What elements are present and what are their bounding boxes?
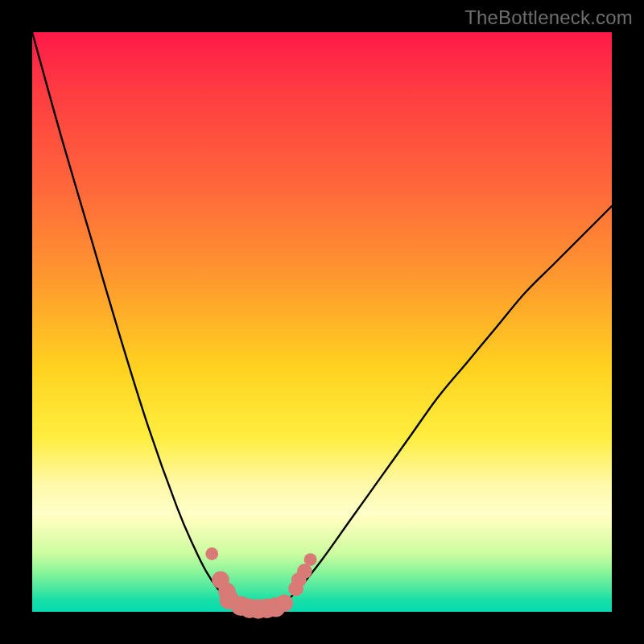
bottleneck-curve: [32, 32, 612, 609]
marker-dot: [205, 547, 218, 560]
curve-group: [32, 32, 612, 609]
marker-dots: [205, 547, 316, 619]
marker-dot: [275, 594, 293, 612]
watermark-text: TheBottleneck.com: [464, 6, 633, 29]
chart-stage: TheBottleneck.com: [0, 0, 644, 644]
marker-dot: [304, 553, 317, 566]
plot-overlay: [32, 32, 612, 612]
